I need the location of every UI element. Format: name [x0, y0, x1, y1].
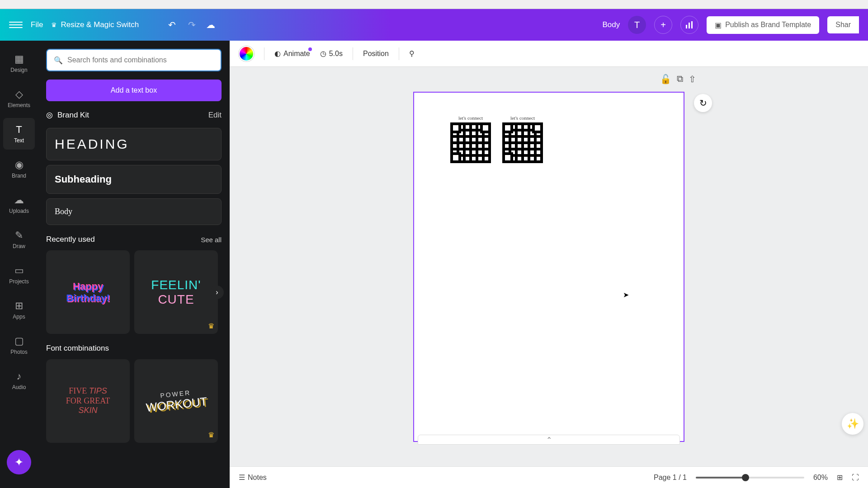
position-button[interactable]: Position	[363, 50, 389, 58]
zoom-percent[interactable]: 60%	[813, 474, 828, 482]
zoom-slider[interactable]	[696, 477, 804, 479]
refresh-icon[interactable]: ↻	[694, 94, 712, 112]
pro-crown-icon: ♛	[208, 431, 214, 439]
qr-code-icon	[502, 122, 543, 163]
search-fonts-input[interactable]: 🔍	[46, 49, 222, 71]
hamburger-menu-icon[interactable]	[9, 18, 23, 32]
file-menu[interactable]: File	[31, 20, 43, 29]
crown-icon: ♛	[51, 21, 57, 28]
scroll-right-icon[interactable]: ›	[210, 286, 224, 299]
canvas-area: ◐ Animate ◷ 5.0s Position ⚲ 🔓 ⧉ ⇧ ↻	[230, 41, 868, 488]
resize-label: Resize & Magic Switch	[61, 20, 139, 29]
color-picker-button[interactable]	[239, 46, 254, 61]
fullscreen-icon[interactable]: ⛶	[852, 474, 859, 482]
brand-kit-edit-link[interactable]: Edit	[208, 111, 222, 120]
expand-pages-tab[interactable]: ⌃	[418, 435, 680, 445]
document-title[interactable]: Body	[602, 20, 620, 29]
redo-icon[interactable]: ↷	[186, 19, 197, 30]
rail-photos[interactable]: ▢Photos	[3, 329, 35, 361]
uploads-icon: ☁	[14, 194, 24, 206]
undo-icon[interactable]: ↶	[166, 19, 177, 30]
add-button[interactable]: +	[654, 16, 672, 34]
chart-icon[interactable]	[680, 16, 698, 34]
search-input[interactable]	[67, 56, 214, 64]
brand-kit-icon: ◎	[46, 110, 53, 120]
svg-rect-0	[686, 25, 687, 28]
text-tool-button[interactable]: T	[628, 16, 646, 34]
qr-label: let's connect	[510, 115, 535, 121]
magic-wand-icon[interactable]: ⚲	[409, 49, 415, 58]
projects-icon: ▭	[14, 265, 24, 277]
svg-rect-1	[689, 23, 690, 28]
page-indicator[interactable]: Page 1 / 1	[654, 474, 687, 482]
cloud-sync-icon[interactable]: ☁	[205, 19, 216, 30]
rail-brand[interactable]: ◉Brand	[3, 153, 35, 185]
share-button[interactable]: Shar	[827, 16, 859, 33]
rail-projects[interactable]: ▭Projects	[3, 259, 35, 291]
rail-apps[interactable]: ⊞Apps	[3, 294, 35, 326]
context-toolbar: ◐ Animate ◷ 5.0s Position ⚲	[230, 41, 868, 67]
rail-text[interactable]: TText	[3, 118, 35, 150]
qr-code-icon	[450, 122, 491, 163]
bottom-bar: ☰ Notes Page 1 / 1 60% ⊞ ⛶	[230, 466, 868, 488]
qr-element-1[interactable]: let's connect	[450, 115, 491, 163]
rail-uploads[interactable]: ☁Uploads	[3, 188, 35, 220]
notification-dot-icon	[308, 47, 312, 51]
recent-thumb-happy-birthday[interactable]: HappyBirthday!	[46, 250, 130, 334]
notes-button[interactable]: ☰ Notes	[239, 473, 267, 482]
left-rail: ▦Design ◇Elements TText ◉Brand ☁Uploads …	[0, 41, 38, 488]
elements-icon: ◇	[15, 89, 23, 100]
clock-icon: ◷	[320, 49, 326, 58]
duplicate-page-icon[interactable]: ⧉	[677, 74, 683, 84]
rail-design[interactable]: ▦Design	[3, 47, 35, 79]
animate-icon: ◐	[274, 49, 281, 58]
audio-icon: ♪	[17, 371, 22, 382]
brand-kit-label: Brand Kit	[57, 111, 89, 120]
canvas-viewport[interactable]: 🔓 ⧉ ⇧ ↻ let's connect let's connect	[230, 67, 868, 466]
draw-icon: ✎	[15, 230, 23, 241]
publish-label: Publish as Brand Template	[725, 21, 811, 29]
text-icon: T	[16, 124, 22, 136]
browser-chrome	[0, 0, 868, 9]
magic-sparkle-button[interactable]: ✦	[7, 450, 31, 474]
export-page-icon[interactable]: ⇧	[689, 74, 696, 84]
search-icon: 🔍	[54, 56, 63, 65]
rail-elements[interactable]: ◇Elements	[3, 83, 35, 114]
combo-thumb-five-tips[interactable]: FIVE TIPSFOR GREATSKIN	[46, 359, 130, 443]
text-side-panel: 🔍 Add a text box ◎ Brand Kit Edit HEADIN…	[38, 41, 230, 488]
app-header: File ♛ Resize & Magic Switch ↶ ↷ ☁ Body …	[0, 9, 868, 41]
resize-magic-switch-button[interactable]: ♛ Resize & Magic Switch	[51, 20, 139, 29]
rail-draw[interactable]: ✎Draw	[3, 224, 35, 255]
duration-button[interactable]: ◷ 5.0s	[320, 49, 343, 58]
canvas-page[interactable]: let's connect let's connect	[413, 92, 684, 442]
svg-rect-2	[691, 21, 693, 28]
ai-assistant-button[interactable]: ✨	[842, 413, 863, 435]
subheading-style-card[interactable]: Subheading	[46, 165, 222, 194]
animate-button[interactable]: ◐ Animate	[274, 49, 310, 58]
cursor-icon: ➤	[623, 291, 629, 299]
qr-label: let's connect	[458, 115, 483, 121]
page-controls: 🔓 ⧉ ⇧	[660, 74, 696, 84]
body-style-card[interactable]: Body	[46, 198, 222, 225]
rail-audio[interactable]: ♪Audio	[3, 365, 35, 396]
layers-icon: ▣	[715, 21, 722, 29]
publish-brand-template-button[interactable]: ▣ Publish as Brand Template	[707, 16, 819, 34]
recent-thumb-feelin-cute[interactable]: FEELIN'CUTE ♛	[134, 250, 218, 334]
design-icon: ▦	[14, 53, 24, 65]
pro-crown-icon: ♛	[208, 322, 214, 330]
photos-icon: ▢	[14, 335, 24, 347]
add-text-box-button[interactable]: Add a text box	[46, 80, 222, 101]
combo-thumb-power-workout[interactable]: POWERWORKOUT ♛	[134, 359, 218, 443]
recently-used-label: Recently used	[46, 235, 95, 244]
heading-style-card[interactable]: HEADING	[46, 128, 222, 160]
apps-icon: ⊞	[15, 300, 23, 312]
grid-view-icon[interactable]: ⊞	[837, 473, 843, 482]
see-all-recent-link[interactable]: See all	[201, 236, 222, 244]
lock-icon[interactable]: 🔓	[660, 74, 671, 84]
brand-icon: ◉	[15, 159, 24, 171]
notes-icon: ☰	[239, 473, 245, 482]
font-combinations-label: Font combinations	[46, 344, 109, 353]
qr-element-2[interactable]: let's connect	[502, 115, 543, 163]
